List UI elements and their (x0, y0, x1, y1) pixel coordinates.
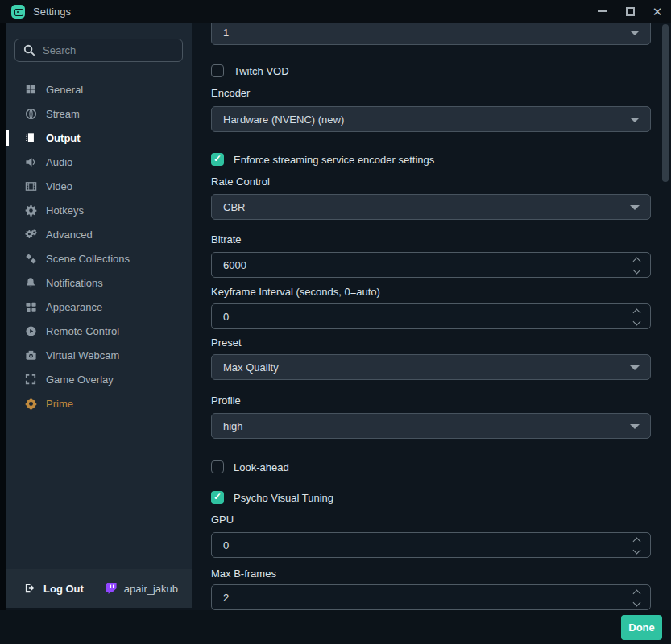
sidebar-item-remote-control[interactable]: Remote Control (6, 319, 192, 343)
chevron-down-icon (633, 266, 641, 275)
dropdown-value: high (223, 420, 243, 432)
dropdown-value: Max Quality (223, 361, 279, 374)
bitrate-label: Bitrate (211, 233, 651, 246)
chevron-up-icon (633, 590, 641, 598)
audio-track-dropdown[interactable]: 1 (211, 23, 651, 45)
bell-icon (24, 276, 37, 289)
encoder-dropdown[interactable]: Hardware (NVENC) (new) (211, 106, 651, 132)
minimize-button[interactable] (589, 0, 616, 23)
sidebar-item-label: Audio (46, 156, 72, 168)
sidebar-item-label: Hotkeys (46, 204, 84, 217)
twitch-vod-checkbox[interactable]: Twitch VOD (211, 64, 651, 77)
bitrate-input[interactable] (212, 253, 650, 277)
checkbox-checked-icon (211, 491, 224, 504)
close-icon: ✕ (652, 6, 663, 18)
title-bar: Settings ✕ (0, 0, 671, 23)
bitrate-stepper[interactable] (632, 258, 642, 274)
psycho-visual-tuning-checkbox[interactable]: Psycho Visual Tuning (211, 491, 651, 504)
sidebar-item-label: Remote Control (46, 325, 119, 337)
sidebar-item-output[interactable]: Output (6, 126, 192, 150)
chevron-up-icon (633, 309, 641, 317)
twitch-icon (105, 582, 118, 595)
sidebar-item-video[interactable]: Video (6, 174, 192, 198)
sidebar-item-virtual-webcam[interactable]: Virtual Webcam (6, 343, 192, 367)
max-b-frames-stepper[interactable] (632, 590, 642, 606)
chevron-up-icon (633, 538, 641, 546)
sidebar-item-label: Notifications (46, 277, 103, 289)
close-button[interactable]: ✕ (644, 0, 671, 23)
checkbox-label: Psycho Visual Tuning (234, 492, 333, 504)
gear-icon (24, 204, 37, 217)
preset-label: Preset (211, 336, 651, 349)
keyframe-interval-stepper[interactable] (632, 309, 642, 325)
sidebar-item-appearance[interactable]: Appearance (6, 295, 192, 319)
dropdown-value: 1 (223, 27, 229, 39)
logged-in-account[interactable]: apair_jakub (105, 582, 178, 595)
dropdown-value: Hardware (NVENC) (new) (223, 114, 344, 126)
max-b-frames-input[interactable] (212, 585, 650, 609)
sidebar-item-label: Scene Collections (46, 253, 130, 265)
log-out-button[interactable]: Log Out (24, 582, 84, 595)
sidebar-item-advanced[interactable]: Advanced (6, 222, 192, 246)
minimize-icon (598, 10, 607, 12)
sidebar-item-label: Video (46, 180, 72, 192)
sidebar-item-label: General (46, 84, 83, 96)
sidebar-item-notifications[interactable]: Notifications (6, 270, 192, 295)
profile-label: Profile (211, 394, 651, 407)
sidebar-nav: General Stream Output Audio (6, 77, 192, 415)
camera-icon (24, 349, 37, 361)
checkbox-unchecked-icon (211, 460, 224, 473)
scrollbar-thumb[interactable] (662, 24, 669, 182)
sidebar-item-stream[interactable]: Stream (6, 101, 192, 126)
search-input[interactable] (14, 39, 183, 62)
checkbox-label: Look-ahead (234, 461, 289, 473)
log-out-label: Log Out (43, 583, 84, 595)
sidebar-item-audio[interactable]: Audio (6, 150, 192, 174)
sidebar-item-general[interactable]: General (6, 77, 192, 101)
chevron-down-icon (630, 365, 640, 370)
sidebar-item-label: Virtual Webcam (46, 349, 119, 361)
rate-control-dropdown[interactable]: CBR (211, 194, 651, 220)
themes-icon (24, 252, 37, 265)
search-icon (23, 44, 35, 56)
maximize-button[interactable] (616, 0, 644, 23)
checkbox-label: Twitch VOD (234, 65, 289, 77)
sidebar-item-label: Advanced (46, 229, 93, 241)
dropdown-value: CBR (223, 201, 245, 213)
sidebar-item-scene-collections[interactable]: Scene Collections (6, 246, 192, 270)
profile-dropdown[interactable]: high (211, 413, 651, 439)
chevron-down-icon (630, 424, 640, 429)
output-settings-panel: 1 Twitch VOD Encoder Hardware (NVENC) (n… (192, 23, 671, 610)
sidebar-item-hotkeys[interactable]: Hotkeys (6, 198, 192, 222)
maximize-icon (626, 7, 635, 16)
done-button[interactable]: Done (621, 615, 662, 640)
keyframe-interval-field (211, 303, 651, 329)
sidebar-item-label: Output (46, 132, 81, 144)
sidebar-item-label: Prime (46, 398, 73, 410)
preset-dropdown[interactable]: Max Quality (211, 354, 651, 380)
enforce-encoder-settings-checkbox[interactable]: Enforce streaming service encoder settin… (211, 153, 651, 166)
globe-icon (24, 107, 37, 120)
output-list-icon (24, 131, 37, 144)
look-ahead-checkbox[interactable]: Look-ahead (211, 460, 651, 473)
speaker-icon (24, 155, 37, 168)
settings-sidebar: General Stream Output Audio (6, 23, 192, 608)
log-out-icon (24, 582, 37, 595)
sidebar-item-label: Appearance (46, 301, 102, 313)
film-icon (24, 180, 37, 192)
checkbox-label: Enforce streaming service encoder settin… (234, 154, 434, 166)
checkbox-unchecked-icon (211, 64, 224, 77)
window-title: Settings (33, 6, 71, 18)
encoder-label: Encoder (211, 87, 651, 99)
sidebar-item-game-overlay[interactable]: Game Overlay (6, 367, 192, 391)
chevron-down-icon (633, 547, 641, 555)
gpu-input[interactable] (212, 533, 650, 557)
checkbox-checked-icon (211, 153, 224, 166)
sidebar-item-prime[interactable]: Prime (6, 391, 192, 415)
max-b-frames-field (211, 584, 651, 610)
chevron-down-icon (633, 599, 641, 607)
chevron-down-icon (630, 205, 640, 210)
gpu-stepper[interactable] (632, 538, 642, 554)
gpu-label: GPU (211, 514, 651, 526)
keyframe-interval-input[interactable] (212, 304, 650, 328)
